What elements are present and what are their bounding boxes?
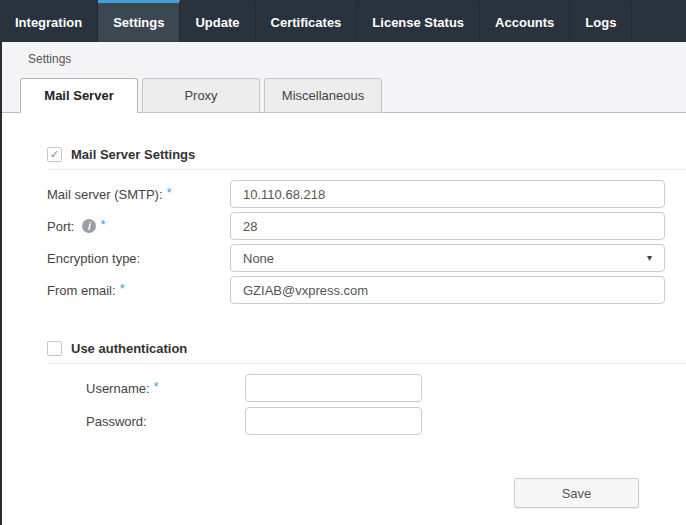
tab-label: Mail Server <box>44 88 113 103</box>
settings-form: ✓ Mail Server Settings Mail server (SMTP… <box>2 113 686 508</box>
required-asterisk: * <box>167 185 172 200</box>
tab-label: Miscellaneous <box>282 88 364 103</box>
nav-item-label: Settings <box>113 15 164 30</box>
username-row: Username: * <box>86 374 686 402</box>
encryption-type-row: Encryption type: None ▾ <box>47 244 686 272</box>
chevron-down-icon: ▾ <box>647 253 652 263</box>
top-navbar: Integration Settings Update Certificates… <box>0 0 686 42</box>
nav-item-label: Update <box>195 15 239 30</box>
mail-server-settings-checkbox[interactable]: ✓ <box>47 147 62 162</box>
use-authentication-checkbox[interactable] <box>47 341 62 356</box>
tab-miscellaneous[interactable]: Miscellaneous <box>264 78 382 113</box>
nav-item-integration[interactable]: Integration <box>0 0 98 42</box>
nav-item-license-status[interactable]: License Status <box>357 0 480 42</box>
nav-item-settings[interactable]: Settings <box>98 0 180 42</box>
nav-item-update[interactable]: Update <box>180 0 255 42</box>
tab-label: Proxy <box>184 88 217 103</box>
breadcrumb-label: Settings <box>28 52 71 66</box>
password-label: Password: <box>86 414 245 429</box>
nav-item-label: Logs <box>585 15 616 30</box>
use-authentication-label: Use authentication <box>71 341 187 356</box>
port-row: Port: i * <box>47 212 686 240</box>
required-asterisk: * <box>154 379 159 394</box>
nav-item-accounts[interactable]: Accounts <box>480 0 570 42</box>
required-asterisk: * <box>100 217 105 232</box>
from-email-input[interactable] <box>230 276 665 304</box>
port-input[interactable] <box>230 212 665 240</box>
form-actions: Save <box>47 478 665 508</box>
username-label: Username: * <box>86 381 245 396</box>
nav-item-label: Accounts <box>495 15 554 30</box>
from-email-label: From email: * <box>47 283 230 298</box>
password-row: Password: <box>86 407 686 435</box>
page-body: Settings Mail Server Proxy Miscellaneous… <box>0 42 686 525</box>
use-authentication-row: Use authentication <box>47 340 686 356</box>
mail-server-settings-label: Mail Server Settings <box>71 147 195 162</box>
nav-item-certificates[interactable]: Certificates <box>256 0 358 42</box>
required-asterisk: * <box>120 281 125 296</box>
encryption-type-value: None <box>243 251 274 266</box>
password-input[interactable] <box>245 407 422 435</box>
tab-strip: Mail Server Proxy Miscellaneous <box>2 76 686 113</box>
save-button[interactable]: Save <box>514 478 639 508</box>
nav-item-label: Certificates <box>271 15 342 30</box>
section-divider <box>47 169 686 170</box>
port-label: Port: i * <box>47 219 230 234</box>
info-icon[interactable]: i <box>82 219 96 233</box>
smtp-server-label: Mail server (SMTP): * <box>47 187 230 202</box>
encryption-type-label: Encryption type: <box>47 251 230 266</box>
smtp-server-row: Mail server (SMTP): * <box>47 180 686 208</box>
tab-mail-server[interactable]: Mail Server <box>20 78 138 113</box>
authentication-section: Use authentication Username: * Password: <box>47 340 686 435</box>
encryption-type-select[interactable]: None ▾ <box>230 244 665 272</box>
mail-server-settings-row: ✓ Mail Server Settings <box>47 146 686 162</box>
smtp-server-input[interactable] <box>230 180 665 208</box>
section-divider <box>47 363 686 364</box>
breadcrumb: Settings <box>2 42 686 76</box>
from-email-row: From email: * <box>47 276 686 304</box>
tab-proxy[interactable]: Proxy <box>142 78 260 113</box>
checkmark-icon: ✓ <box>50 148 59 161</box>
nav-item-logs[interactable]: Logs <box>570 0 632 42</box>
username-input[interactable] <box>245 374 422 402</box>
nav-item-label: Integration <box>15 15 82 30</box>
nav-item-label: License Status <box>372 15 464 30</box>
